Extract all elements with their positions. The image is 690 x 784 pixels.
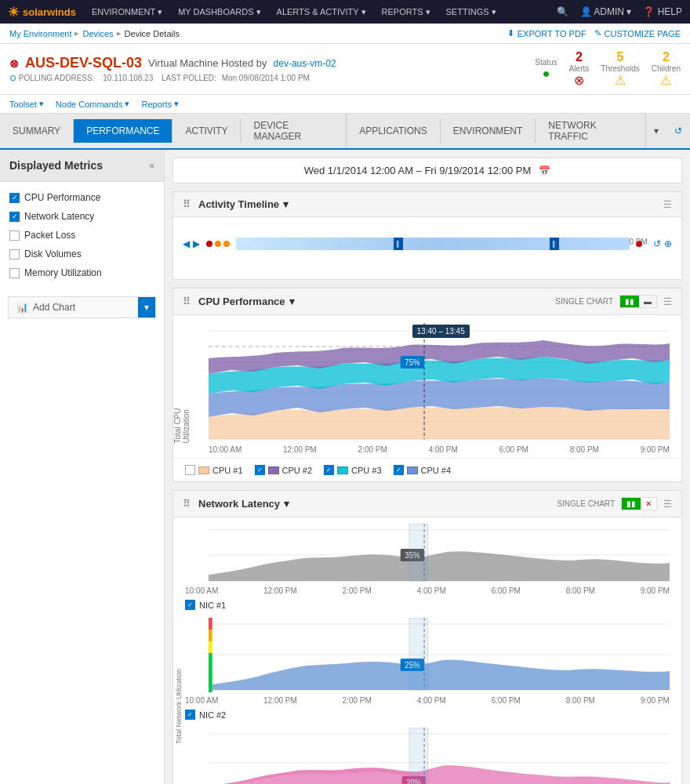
nav-alerts[interactable]: ALERTS & ACTIVITY ▾ — [277, 7, 366, 17]
disk-checkbox[interactable] — [9, 249, 20, 260]
chevron-down-icon[interactable]: ▾ — [283, 198, 289, 210]
cpu3-checkbox[interactable]: ✓ — [324, 465, 334, 475]
breadcrumb-sep2: ▸ — [117, 28, 122, 38]
nic2-x-4: 6:00 PM — [492, 696, 521, 705]
network-chart-header: ⠿ Network Latency ▾ SINGLE CHART ▮▮ ✕ ☰ — [173, 491, 681, 517]
timeline-forward-icon[interactable]: ▶ — [193, 238, 200, 249]
cpu1-checkbox[interactable] — [185, 465, 195, 475]
x-label-5: 8:00 PM — [570, 445, 599, 454]
toggle-bar-button[interactable]: ▮▮ — [620, 296, 639, 307]
search-icon[interactable]: 🔍 — [557, 6, 568, 17]
sidebar-item-network[interactable]: ✓ Network Latency — [0, 207, 164, 226]
chevron-down-icon: ▾ — [256, 7, 261, 17]
reports-label: Reports — [141, 100, 172, 109]
tab-activity[interactable]: ACTIVITY — [172, 119, 241, 143]
timeline-zoom-icon[interactable]: ⊕ — [664, 238, 672, 249]
top-navigation: ☀ solarwinds ENVIRONMENT ▾ MY DASHBOARDS… — [0, 0, 690, 24]
sidebar-item-cpu[interactable]: ✓ CPU Performance — [0, 188, 164, 207]
cpu4-checkbox[interactable]: ✓ — [394, 465, 404, 475]
timeline-row: ◀ ▶ ‖ ‖ — [183, 238, 672, 250]
network-label: Network Latency — [24, 211, 94, 222]
breadcrumb-devices[interactable]: Devices — [82, 29, 113, 38]
sidebar-item-packet[interactable]: Packet Loss — [0, 226, 164, 245]
network-menu-icon[interactable]: ☰ — [663, 499, 672, 510]
toolset-button[interactable]: Toolset ▾ — [9, 99, 44, 109]
admin-menu[interactable]: 👤 ADMIN ▾ — [580, 6, 632, 17]
timeline-reset-icon[interactable]: ↺ — [653, 238, 661, 249]
breadcrumb-home[interactable]: My Environment — [9, 29, 71, 38]
nav-reports[interactable]: REPORTS ▾ — [382, 7, 430, 17]
cpu-menu-icon[interactable]: ☰ — [663, 296, 672, 307]
chevron-down-icon[interactable]: ▾ — [284, 498, 289, 510]
add-chart-button[interactable]: 📊 Add Chart — [9, 297, 138, 318]
chevron-down-icon[interactable]: ▾ — [289, 296, 295, 307]
admin-label: ADMIN — [594, 6, 624, 17]
nav-dashboards[interactable]: MY DASHBOARDS ▾ — [178, 7, 260, 17]
tab-bar: SUMMARY PERFORMANCE ACTIVITY DEVICE MANA… — [0, 114, 690, 150]
device-subtitle: Virtual Machine Hosted by — [148, 57, 267, 69]
tab-network-traffic[interactable]: NETWORK TRAFFIC — [536, 114, 646, 148]
timeline-dot-orange2 — [223, 241, 230, 247]
nic1-checkbox[interactable]: ✓ — [185, 600, 195, 610]
node-commands-button[interactable]: Node Commands ▾ — [56, 99, 130, 109]
toggle-bar-button2[interactable]: ▮▮ — [622, 498, 641, 510]
timeline-back-icon[interactable]: ◀ — [183, 238, 190, 249]
date-range-bar: Wed 1/1/2014 12:00 AM – Fri 9/19/2014 12… — [172, 158, 682, 183]
nic3-chart-svg: 100 % 50 % 0 % 20% — [209, 728, 670, 784]
nic2-label: NIC #2 — [199, 710, 226, 720]
tab-refresh-button[interactable]: ↺ — [666, 119, 690, 143]
device-name: AUS-DEV-SQL-03 — [25, 55, 142, 71]
device-vm-link[interactable]: dev-aus-vm-02 — [274, 58, 336, 69]
toolbar: Toolset ▾ Node Commands ▾ Reports ▾ — [0, 95, 690, 114]
sidebar-collapse-button[interactable]: « — [149, 160, 154, 171]
nav-label: SETTINGS — [446, 7, 489, 16]
toggle-buttons2: ▮▮ ✕ — [621, 497, 657, 510]
tab-applications[interactable]: APPLICATIONS — [347, 119, 440, 143]
nic1-x-1: 12:00 PM — [263, 586, 297, 595]
export-pdf-button[interactable]: ⬇ EXPORT TO PDF — [507, 28, 586, 38]
cpu-checkbox[interactable]: ✓ — [9, 193, 20, 203]
timeline-menu-icon[interactable]: ☰ — [663, 199, 672, 210]
chevron-down-icon: ▾ — [158, 7, 162, 17]
device-title-row: ⊗ AUS-DEV-SQL-03 Virtual Machine Hosted … — [9, 55, 336, 71]
date-range-text: Wed 1/1/2014 12:00 AM – Fri 9/19/2014 12… — [304, 165, 532, 176]
nav-settings[interactable]: SETTINGS ▾ — [446, 7, 496, 17]
nic2-x-2: 2:00 PM — [343, 696, 372, 705]
toggle-close-button[interactable]: ✕ — [641, 498, 656, 510]
memory-checkbox[interactable] — [9, 268, 20, 278]
help-icon[interactable]: ❓ HELP — [643, 6, 682, 17]
customize-icon: ✎ — [594, 28, 601, 38]
add-chart-dropdown[interactable]: ▾ — [138, 297, 155, 318]
ok-icon: ● — [535, 67, 557, 81]
toggle-line-button[interactable]: ▬ — [639, 296, 656, 307]
timeline-marker-left: ‖ — [394, 238, 403, 250]
tab-summary[interactable]: SUMMARY — [0, 119, 74, 143]
reports-button[interactable]: Reports ▾ — [141, 99, 179, 109]
nic1-x-0: 10:00 AM — [185, 586, 218, 595]
svg-rect-25 — [209, 630, 212, 641]
nav-environment[interactable]: ENVIRONMENT ▾ — [92, 7, 162, 17]
timeline-bar[interactable]: ‖ ‖ — [236, 238, 630, 250]
cpu2-checkbox[interactable]: ✓ — [255, 465, 265, 475]
children-icon: ⚠ — [652, 73, 681, 88]
disk-label: Disk Volumes — [24, 249, 82, 260]
customize-page-button[interactable]: ✎ CUSTOMIZE PAGE — [594, 28, 681, 38]
sidebar-item-memory[interactable]: Memory Utilization — [0, 263, 164, 282]
export-label: EXPORT TO PDF — [518, 29, 586, 38]
tab-more-button[interactable]: ▾ — [646, 119, 666, 143]
sidebar-item-disk[interactable]: Disk Volumes — [0, 245, 164, 263]
nic1-legend: ✓ NIC #1 — [185, 597, 670, 614]
nic1-x-5: 8:00 PM — [566, 586, 595, 595]
cpu-legend: CPU #1 ✓ CPU #2 ✓ CPU #3 ✓ CPU #4 — [173, 458, 681, 481]
x-label-4: 6:00 PM — [499, 445, 528, 454]
calendar-icon[interactable]: 📅 — [539, 165, 550, 176]
nic1-x-4: 6:00 PM — [492, 586, 521, 595]
nic2-x-3: 4:00 PM — [417, 696, 446, 705]
tab-environment[interactable]: ENVIRONMENT — [441, 119, 536, 143]
tab-device-manager[interactable]: DEVICE MANAGER — [241, 114, 347, 148]
tab-performance[interactable]: PERFORMANCE — [74, 119, 172, 143]
packet-checkbox[interactable] — [9, 230, 20, 241]
network-checkbox[interactable]: ✓ — [9, 212, 20, 222]
status-children-badge: 2 Children ⚠ — [652, 50, 681, 88]
nic2-checkbox[interactable]: ✓ — [185, 710, 195, 720]
